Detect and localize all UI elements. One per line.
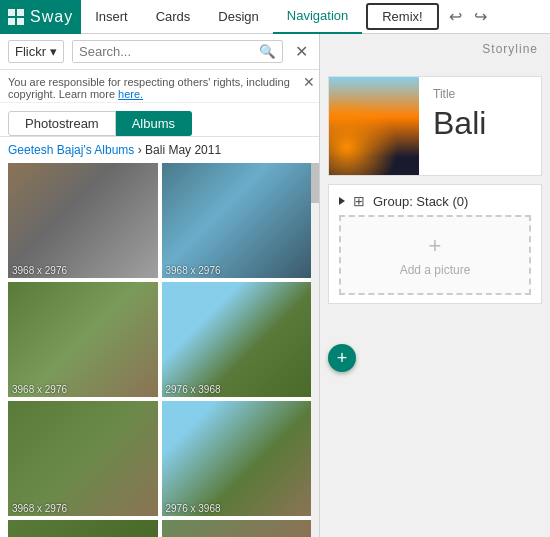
toolbar-tabs: Insert Cards Design Navigation Remix! ↩ … <box>81 0 550 34</box>
tab-cards[interactable]: Cards <box>142 0 205 34</box>
title-card-image <box>329 77 419 176</box>
flickr-panel: Flickr ▾ 🔍 ✕ You are responsible for res… <box>0 34 320 537</box>
group-stack-icon: ⊞ <box>353 193 365 209</box>
tab-navigation[interactable]: Navigation <box>273 0 362 34</box>
add-picture-button[interactable]: + Add a picture <box>339 215 531 295</box>
photo-size: 3968 x 2976 <box>12 265 67 276</box>
photo-row-3: 3968 x 2976 2976 x 3968 <box>8 401 311 516</box>
notice-link[interactable]: here. <box>118 88 143 100</box>
tab-design[interactable]: Design <box>204 0 272 34</box>
title-card-content: Title Bali <box>419 77 541 175</box>
group-label: Group: Stack (0) <box>373 194 468 209</box>
photo-size: 3968 x 2976 <box>12 503 67 514</box>
photo-row-1: 3968 x 2976 3968 x 2976 <box>8 163 311 278</box>
app-name: Sway <box>30 8 73 26</box>
list-item[interactable]: 3968 x 2976 <box>8 282 158 397</box>
float-add-button[interactable]: + <box>328 344 356 372</box>
breadcrumb-sep: › <box>138 143 142 157</box>
search-icon[interactable]: 🔍 <box>253 41 282 62</box>
dropdown-arrow-icon: ▾ <box>50 44 57 59</box>
photo-size: 2976 x 3968 <box>166 384 221 395</box>
photo-size: 3968 x 2976 <box>166 265 221 276</box>
tab-photostream[interactable]: Photostream <box>8 111 116 136</box>
title-card-text[interactable]: Bali <box>433 105 527 142</box>
list-item[interactable]: 3968 x 2976 <box>8 401 158 516</box>
add-plus-icon: + <box>429 233 442 259</box>
tab-albums[interactable]: Albums <box>116 111 192 136</box>
flickr-header: Flickr ▾ 🔍 ✕ <box>0 34 319 70</box>
scroll-thumb[interactable] <box>311 163 319 203</box>
photo-grid: 3968 x 2976 3968 x 2976 3968 x 2976 2976… <box>0 163 319 537</box>
photo-row-2: 3968 x 2976 2976 x 3968 <box>8 282 311 397</box>
undo-button[interactable]: ↩ <box>443 5 468 28</box>
storyline-panel: Storyline Title Bali ⊞ Group: Stack (0) <box>320 34 550 537</box>
notice-text: You are responsible for respecting other… <box>8 76 290 100</box>
list-item[interactable]: 3968 x 2976 <box>8 163 158 278</box>
photo-row-4: 3968 x 2976 3968 x 2976 <box>8 520 311 537</box>
photo-size: 3968 x 2976 <box>12 384 67 395</box>
breadcrumb-owner-link[interactable]: Geetesh Bajaj's Albums <box>8 143 134 157</box>
flickr-source-dropdown[interactable]: Flickr ▾ <box>8 40 64 63</box>
tab-insert[interactable]: Insert <box>81 0 142 34</box>
expand-icon[interactable] <box>339 197 345 205</box>
group-header: ⊞ Group: Stack (0) <box>339 193 531 209</box>
card-area: Title Bali ⊞ Group: Stack (0) + Add a pi… <box>320 68 550 320</box>
toolbar: Sway Insert Cards Design Navigation Remi… <box>0 0 550 34</box>
photo-size: 2976 x 3968 <box>166 503 221 514</box>
flickr-search-box: 🔍 <box>72 40 283 63</box>
notice-bar: You are responsible for respecting other… <box>0 70 319 103</box>
search-input[interactable] <box>73 41 253 62</box>
close-panel-button[interactable]: ✕ <box>291 40 312 63</box>
list-item[interactable]: 3968 x 2976 <box>162 520 312 537</box>
add-picture-label: Add a picture <box>400 263 471 277</box>
storyline-label: Storyline <box>470 34 550 64</box>
main-area: Flickr ▾ 🔍 ✕ You are responsible for res… <box>0 34 550 537</box>
flickr-label: Flickr <box>15 44 46 59</box>
group-card: ⊞ Group: Stack (0) + Add a picture <box>328 184 542 304</box>
remix-button[interactable]: Remix! <box>366 3 438 30</box>
redo-button[interactable]: ↪ <box>468 5 493 28</box>
breadcrumb-album: Bali May 2011 <box>145 143 221 157</box>
scrollbar[interactable] <box>311 163 319 537</box>
app-logo: Sway <box>0 0 81 34</box>
list-item[interactable]: 3968 x 2976 <box>162 163 312 278</box>
breadcrumb: Geetesh Bajaj's Albums › Bali May 2011 <box>0 137 319 163</box>
logo-grid-icon <box>8 9 24 25</box>
list-item[interactable]: 2976 x 3968 <box>162 282 312 397</box>
photo-tabs: Photostream Albums <box>0 103 319 137</box>
title-card: Title Bali <box>328 76 542 176</box>
notice-close-button[interactable]: ✕ <box>303 74 315 90</box>
title-card-label: Title <box>433 87 527 101</box>
list-item[interactable]: 2976 x 3968 <box>162 401 312 516</box>
list-item[interactable]: 3968 x 2976 <box>8 520 158 537</box>
